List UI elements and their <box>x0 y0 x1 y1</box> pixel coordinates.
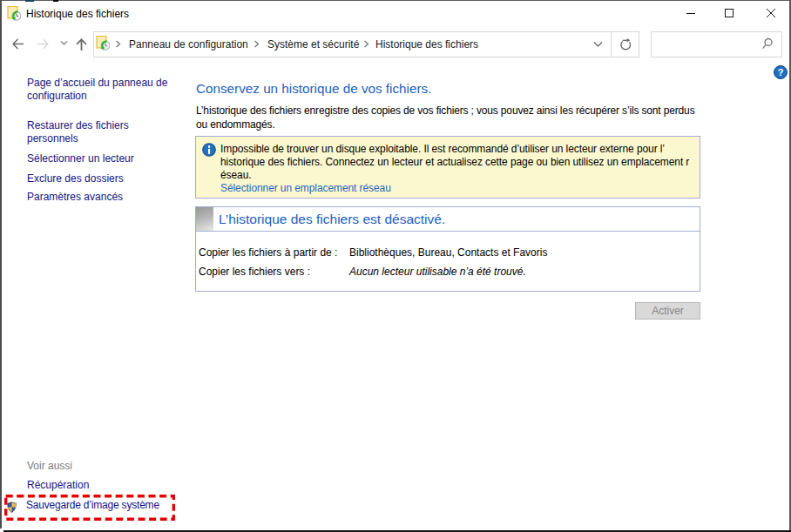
svg-text:?: ? <box>778 67 784 77</box>
